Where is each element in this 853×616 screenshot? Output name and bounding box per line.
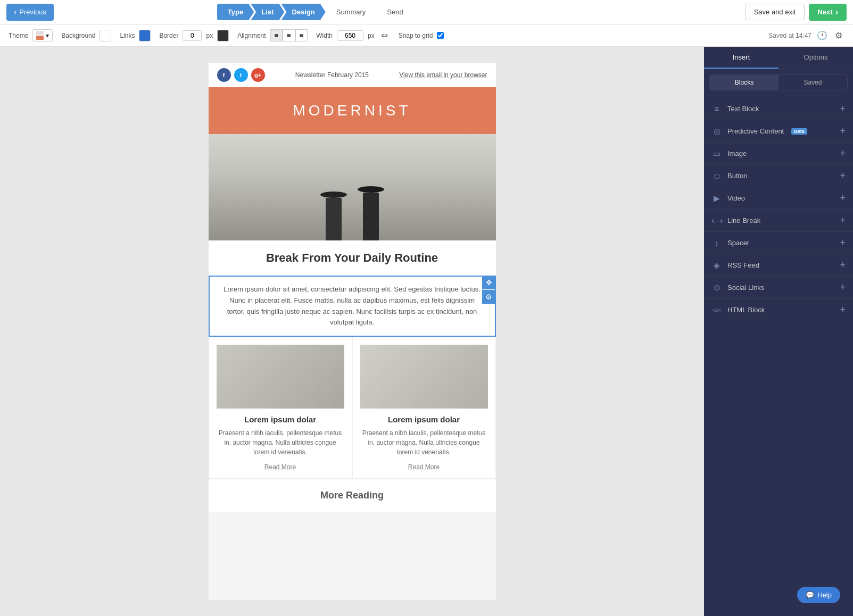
theme-chevron: ▾ bbox=[46, 32, 49, 39]
align-right-button[interactable]: ≡ bbox=[295, 29, 308, 41]
theme-label: Theme bbox=[9, 32, 28, 39]
settings-icon[interactable]: ⚙ bbox=[833, 29, 844, 41]
email-text-block[interactable]: Lorem ipsum dolor sit amet, consectetur … bbox=[209, 276, 496, 337]
block-item-left-predictive: ◎ Predictive Content Beta bbox=[711, 127, 807, 136]
email-col-1: Lorem ipsum dolar Praesent a nibh iaculi… bbox=[209, 337, 352, 479]
theme-swatches bbox=[36, 31, 44, 40]
theme-selector[interactable]: ▾ bbox=[32, 29, 53, 41]
help-button[interactable]: 💬 Help bbox=[797, 587, 840, 603]
button-label: Button bbox=[727, 172, 748, 180]
image-label: Image bbox=[727, 149, 747, 157]
twitter-icon[interactable]: t bbox=[234, 68, 248, 82]
block-item-spacer[interactable]: ↕ Spacer + bbox=[704, 232, 853, 254]
background-label: Background bbox=[61, 32, 95, 39]
theme-swatch-accent bbox=[36, 36, 44, 40]
spacer-add-icon[interactable]: + bbox=[840, 237, 846, 248]
step-design[interactable]: Design bbox=[281, 4, 325, 20]
block-item-line-break[interactable]: ⟷ Line Break + bbox=[704, 210, 853, 232]
links-color-swatch[interactable] bbox=[139, 30, 151, 41]
googleplus-icon[interactable]: g+ bbox=[251, 68, 265, 82]
block-item-text-block[interactable]: ≡ Text Block + bbox=[704, 98, 853, 120]
text-block-add-icon[interactable]: + bbox=[840, 103, 846, 114]
block-item-rss[interactable]: ◈ RSS Feed + bbox=[704, 254, 853, 277]
rss-add-icon[interactable]: + bbox=[840, 260, 846, 271]
spacer-label: Spacer bbox=[727, 239, 749, 247]
tab-options[interactable]: Options bbox=[779, 47, 853, 69]
previous-button[interactable]: Previous bbox=[6, 4, 54, 21]
block-item-left-text: ≡ Text Block bbox=[711, 104, 759, 113]
width-label: Width bbox=[316, 32, 333, 39]
step-list[interactable]: List bbox=[251, 4, 284, 20]
email-hero: MODERNIST bbox=[209, 87, 496, 134]
block-item-button[interactable]: ⬭ Button + bbox=[704, 165, 853, 187]
width-unit: px bbox=[368, 32, 375, 39]
save-exit-button[interactable]: Save and exit bbox=[745, 4, 805, 20]
block-item-image[interactable]: ▭ Image + bbox=[704, 143, 853, 165]
block-item-predictive[interactable]: ◎ Predictive Content Beta + bbox=[704, 120, 853, 143]
links-group: Links bbox=[120, 30, 151, 41]
alignment-group: Alignment ≡ ≡ ≡ bbox=[237, 29, 308, 41]
block-item-left-button: ⬭ Button bbox=[711, 171, 748, 181]
block-item-html[interactable]: </> HTML Block + bbox=[704, 299, 853, 321]
col2-read-more-link[interactable]: Read More bbox=[408, 463, 440, 471]
button-add-icon[interactable]: + bbox=[840, 170, 846, 181]
tab-blocks[interactable]: Blocks bbox=[710, 75, 779, 90]
col1-text: Praesent a nibh iaculis, pellentesque me… bbox=[217, 428, 344, 457]
step-summary[interactable]: Summary bbox=[326, 4, 377, 20]
background-color-swatch[interactable] bbox=[100, 30, 111, 41]
width-input[interactable] bbox=[337, 30, 363, 41]
block-settings-button[interactable]: ⚙ bbox=[482, 290, 496, 304]
line-break-icon: ⟷ bbox=[711, 216, 722, 226]
predictive-add-icon[interactable]: + bbox=[840, 126, 846, 137]
history-icon[interactable]: 🕐 bbox=[815, 29, 830, 41]
social-icon-block: ⊙ bbox=[711, 283, 722, 293]
background-group: Background bbox=[61, 30, 111, 41]
tab-insert[interactable]: Insert bbox=[704, 47, 779, 69]
align-left-button[interactable]: ≡ bbox=[270, 29, 283, 41]
block-item-left-image: ▭ Image bbox=[711, 149, 747, 159]
help-container: 💬 Help bbox=[704, 574, 853, 616]
col1-image bbox=[217, 345, 344, 409]
saved-status: Saved at 14:47 🕐 ⚙ bbox=[768, 29, 844, 41]
video-add-icon[interactable]: + bbox=[840, 193, 846, 204]
snap-checkbox[interactable] bbox=[437, 32, 444, 39]
block-item-video[interactable]: ▶ Video + bbox=[704, 187, 853, 210]
saved-text: Saved at 14:47 bbox=[768, 32, 811, 39]
html-add-icon[interactable]: + bbox=[840, 304, 846, 315]
nav-right: Save and exit Next bbox=[745, 4, 847, 21]
align-center-button[interactable]: ≡ bbox=[283, 29, 295, 41]
button-icon: ⬭ bbox=[711, 171, 722, 181]
col2-text: Praesent a nibh iaculis, pellentesque me… bbox=[360, 428, 488, 457]
view-email-link[interactable]: View this email in your browser bbox=[399, 71, 487, 79]
border-input[interactable] bbox=[183, 30, 202, 41]
links-label: Links bbox=[120, 32, 135, 39]
snap-label: Snap to grid bbox=[399, 32, 433, 39]
rss-icon: ◈ bbox=[711, 261, 722, 270]
block-item-social[interactable]: ⊙ Social Links + bbox=[704, 277, 853, 299]
nav-steps: Type List Design Summary Send bbox=[219, 4, 414, 20]
social-add-icon[interactable]: + bbox=[840, 282, 846, 293]
help-label: Help bbox=[817, 591, 832, 599]
block-move-button[interactable]: ✥ bbox=[482, 276, 496, 289]
sidebar: Insert Options Blocks Saved ≡ Text Block… bbox=[704, 47, 853, 616]
tab-saved[interactable]: Saved bbox=[779, 75, 847, 90]
width-expand-button[interactable]: ⇔ bbox=[379, 29, 390, 41]
image-add-icon[interactable]: + bbox=[840, 148, 846, 159]
next-button[interactable]: Next bbox=[809, 4, 847, 21]
predictive-label: Predictive Content bbox=[727, 127, 784, 135]
col1-read-more-link[interactable]: Read More bbox=[264, 463, 296, 471]
block-item-left-spacer: ↕ Spacer bbox=[711, 238, 749, 247]
email-container: f t g+ Newsletter February 2015 View thi… bbox=[209, 63, 496, 600]
step-send[interactable]: Send bbox=[376, 4, 413, 20]
block-tools: ✥ ⚙ bbox=[482, 276, 496, 304]
toolbar: Theme ▾ Background Links Border px Align… bbox=[0, 24, 853, 47]
block-item-left-video: ▶ Video bbox=[711, 194, 745, 203]
block-item-left-social: ⊙ Social Links bbox=[711, 283, 764, 293]
block-list: ≡ Text Block + ◎ Predictive Content Beta… bbox=[704, 96, 853, 574]
main-layout: f t g+ Newsletter February 2015 View thi… bbox=[0, 47, 853, 616]
facebook-icon[interactable]: f bbox=[217, 68, 231, 82]
html-label: HTML Block bbox=[727, 306, 765, 314]
step-type[interactable]: Type bbox=[217, 4, 254, 20]
line-break-add-icon[interactable]: + bbox=[840, 215, 846, 226]
border-color-swatch[interactable] bbox=[217, 30, 229, 41]
